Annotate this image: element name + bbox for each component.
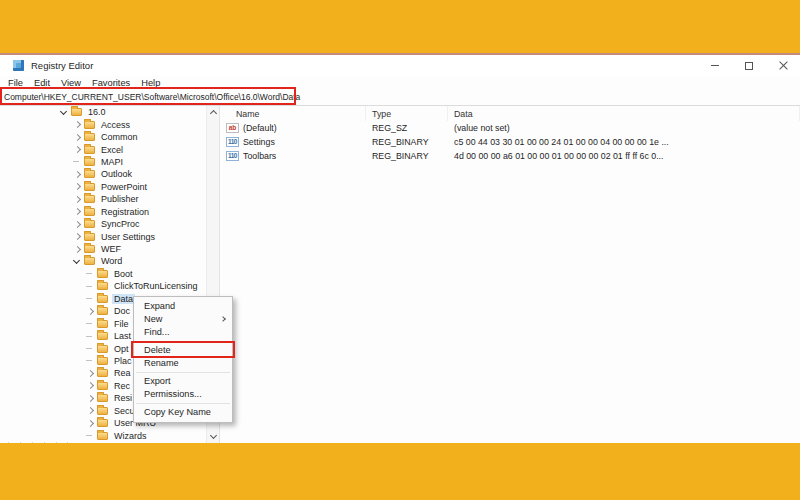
tree-item-label: Wizards bbox=[112, 431, 149, 441]
expander-icon[interactable] bbox=[73, 170, 82, 179]
column-header-name[interactable]: Name bbox=[220, 106, 366, 121]
close-icon bbox=[779, 61, 788, 70]
expander-icon[interactable] bbox=[86, 294, 95, 303]
context-menu-item-copy-key-name[interactable]: Copy Key Name bbox=[134, 406, 232, 419]
tree-item-label: Plac bbox=[112, 356, 134, 366]
expander-icon[interactable] bbox=[86, 282, 95, 291]
tree-item-wef[interactable]: WEF bbox=[0, 243, 205, 255]
context-menu-item-new[interactable]: New bbox=[134, 313, 232, 326]
expander-icon[interactable] bbox=[86, 332, 95, 341]
expander-icon[interactable] bbox=[73, 157, 82, 166]
folder-icon bbox=[97, 295, 108, 303]
folder-icon bbox=[97, 320, 108, 328]
tree-item-word[interactable]: Word bbox=[0, 255, 205, 267]
tree-item-label: Word bbox=[99, 256, 124, 266]
title-bar[interactable]: Registry Editor bbox=[0, 55, 800, 76]
folder-icon bbox=[97, 332, 108, 340]
tree-item-label: MAPI bbox=[99, 157, 125, 167]
tree-item-excel[interactable]: Excel bbox=[0, 143, 205, 155]
context-menu-item-expand[interactable]: Expand bbox=[134, 300, 232, 313]
context-menu-item-find[interactable]: Find... bbox=[134, 326, 232, 339]
value-row-settings[interactable]: Settings REG_BINARY c5 00 44 03 30 01 00… bbox=[220, 135, 800, 149]
scroll-down-icon[interactable] bbox=[210, 432, 217, 439]
expander-icon[interactable] bbox=[73, 207, 82, 216]
expander-icon[interactable] bbox=[86, 419, 95, 428]
tree-item-16-0[interactable]: 16.0 bbox=[0, 106, 205, 118]
expander-icon[interactable] bbox=[73, 145, 82, 154]
expander-icon[interactable] bbox=[86, 381, 95, 390]
folder-icon bbox=[97, 270, 108, 278]
tree-item-registration[interactable]: Registration bbox=[0, 206, 205, 218]
menu-favorites[interactable]: Favorites bbox=[92, 78, 130, 88]
tree-item-common[interactable]: Common bbox=[0, 131, 205, 143]
tree-item-label: ClickToRunLicensing bbox=[112, 281, 200, 291]
tree-item-publisher[interactable]: Publisher bbox=[0, 193, 205, 205]
folder-icon bbox=[97, 369, 108, 377]
tree-item-label: SyncProc bbox=[99, 219, 142, 229]
address-path: Computer\HKEY_CURRENT_USER\Software\Micr… bbox=[4, 92, 300, 102]
expander-icon[interactable] bbox=[60, 108, 69, 117]
tree-item-label: Last bbox=[112, 331, 133, 341]
expander-icon[interactable] bbox=[73, 195, 82, 204]
tree-item-clicktorunlicensing[interactable]: ClickToRunLicensing bbox=[0, 280, 205, 292]
folder-icon bbox=[97, 282, 108, 290]
menu-file[interactable]: File bbox=[8, 78, 23, 88]
tree-item-syncproc[interactable]: SyncProc bbox=[0, 218, 205, 230]
context-menu-item-delete[interactable]: Delete bbox=[134, 344, 232, 357]
value-row-default[interactable]: (Default) REG_SZ (value not set) bbox=[220, 121, 800, 135]
value-data: 4d 00 00 00 a6 01 00 00 01 00 00 00 02 0… bbox=[448, 151, 800, 161]
context-menu-item-label: New bbox=[144, 314, 162, 324]
tree-item-label: Rea bbox=[112, 368, 133, 378]
context-menu-item-export[interactable]: Export bbox=[134, 375, 232, 388]
expander-icon[interactable] bbox=[73, 133, 82, 142]
close-button[interactable] bbox=[766, 55, 800, 76]
expander-icon[interactable] bbox=[86, 369, 95, 378]
tree-item-label: Excel bbox=[99, 145, 125, 155]
menu-view[interactable]: View bbox=[61, 78, 81, 88]
folder-icon bbox=[84, 146, 95, 154]
menu-edit[interactable]: Edit bbox=[34, 78, 50, 88]
context-menu-item-label: Delete bbox=[144, 345, 171, 355]
tree-item-user-settings[interactable]: User Settings bbox=[0, 230, 205, 242]
tree-item-label: Outlook bbox=[99, 169, 134, 179]
minimize-button[interactable] bbox=[698, 55, 732, 76]
expander-icon[interactable] bbox=[73, 220, 82, 229]
tree-item-label: User Settings bbox=[99, 232, 157, 242]
expander-icon[interactable] bbox=[86, 431, 95, 440]
tree-item-access[interactable]: Access bbox=[0, 118, 205, 130]
expander-icon[interactable] bbox=[73, 245, 82, 254]
expander-icon[interactable] bbox=[86, 319, 95, 328]
context-menu-item-label: Expand bbox=[144, 301, 175, 311]
registry-editor-icon bbox=[13, 60, 24, 71]
expander-icon[interactable] bbox=[73, 232, 82, 241]
expander-icon[interactable] bbox=[86, 406, 95, 415]
tree-item-mapi[interactable]: MAPI bbox=[0, 156, 205, 168]
context-menu-item-rename[interactable]: Rename bbox=[134, 357, 232, 370]
scroll-up-icon[interactable] bbox=[210, 110, 217, 117]
expander-icon[interactable] bbox=[73, 257, 82, 266]
menu-help[interactable]: Help bbox=[141, 78, 160, 88]
expander-icon[interactable] bbox=[86, 307, 95, 316]
tree-item-powerpoint[interactable]: PowerPoint bbox=[0, 181, 205, 193]
context-menu-item-permissions[interactable]: Permissions... bbox=[134, 388, 232, 401]
column-header-data[interactable]: Data bbox=[448, 106, 800, 121]
tree-item-boot[interactable]: Boot bbox=[0, 268, 205, 280]
expander-icon[interactable] bbox=[73, 182, 82, 191]
expander-icon[interactable] bbox=[73, 120, 82, 129]
expander-icon[interactable] bbox=[86, 269, 95, 278]
expander-icon[interactable] bbox=[86, 344, 95, 353]
column-header-type[interactable]: Type bbox=[366, 106, 448, 121]
tree-item-label: Opt bbox=[112, 344, 131, 354]
expander-icon[interactable] bbox=[86, 394, 95, 403]
folder-icon bbox=[84, 158, 95, 166]
tree-item-outlook[interactable]: Outlook bbox=[0, 168, 205, 180]
expander-icon[interactable] bbox=[86, 356, 95, 365]
tree-item-wizards[interactable]: Wizards bbox=[0, 429, 205, 441]
tree-item-label: Registration bbox=[99, 207, 151, 217]
context-menu-item-label: Copy Key Name bbox=[144, 407, 211, 417]
maximize-button[interactable] bbox=[732, 55, 766, 76]
binary-value-icon bbox=[226, 137, 239, 147]
address-bar[interactable]: Computer\HKEY_CURRENT_USER\Software\Micr… bbox=[0, 89, 800, 106]
value-row-toolbars[interactable]: Toolbars REG_BINARY 4d 00 00 00 a6 01 00… bbox=[220, 149, 800, 163]
tree-item-label: Data bbox=[112, 294, 135, 304]
